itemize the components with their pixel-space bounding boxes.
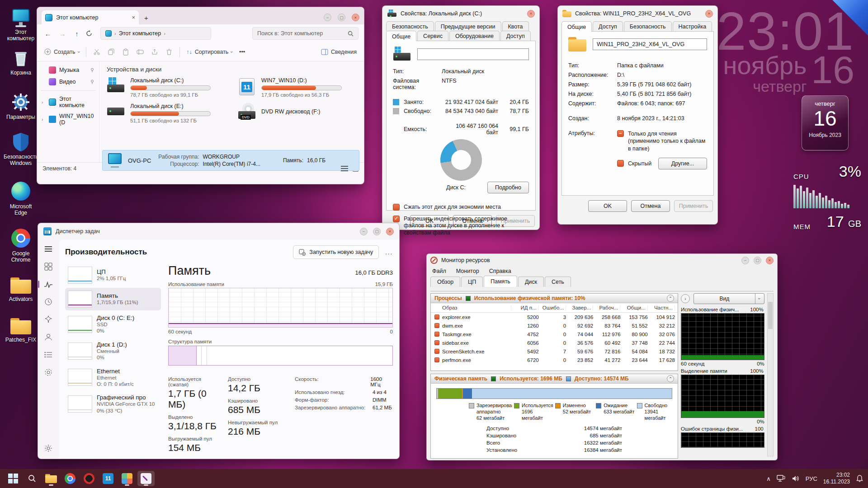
minimize-button[interactable]: –	[324, 14, 331, 21]
process-checkbox[interactable]	[434, 332, 439, 337]
start-button[interactable]	[5, 471, 22, 486]
sidebar-item-drive-d[interactable]: › WIN7_WIN10 (D	[37, 111, 99, 128]
process-checkbox[interactable]	[434, 314, 439, 319]
performance-sidebar-item[interactable]: Ethernet Ethernet О: 0 П: 0 кбит/с	[65, 365, 161, 390]
other-attributes-button[interactable]: Другие...	[658, 158, 707, 169]
up-icon[interactable]: ↑	[71, 30, 82, 38]
process-row[interactable]: dwm.exe 1260 0 92 692 83 764 51 552 32 2…	[431, 321, 678, 330]
sidebar-item-video[interactable]: Видео	[37, 76, 99, 88]
drive-item-e[interactable]: Локальный диск (E:) 51,1 ГБ свободно из …	[107, 103, 230, 129]
minimize-button[interactable]: –	[741, 257, 749, 264]
volume-label-input[interactable]	[417, 48, 529, 60]
process-row[interactable]: ScreenSketch.exe 5492 7 59 676 72 816 54…	[431, 347, 678, 356]
tab[interactable]: Общие	[386, 31, 416, 41]
performance-sidebar-item[interactable]: Диск 1 (D:) Сменный 0%	[65, 338, 161, 364]
process-checkbox[interactable]	[434, 357, 439, 362]
close-button[interactable]: ×	[352, 14, 359, 21]
taskbar-photos-icon[interactable]	[118, 471, 136, 486]
taskbar-chrome-icon[interactable]	[61, 471, 79, 486]
drive-item-d[interactable]: 11 WIN7_WIN10 (D:) 17,9 ГБ свободно из 5…	[238, 77, 361, 103]
menu-item[interactable]: Монитор	[456, 268, 479, 274]
tab[interactable]: Доступ	[593, 21, 623, 31]
sidebar-item-music[interactable]: Музыка	[37, 64, 99, 76]
paste-icon[interactable]	[122, 48, 130, 56]
performance-sidebar-item[interactable]: Память 1,7/15,9 ГБ (11%)	[65, 288, 161, 310]
performance-sidebar-item[interactable]: Диск 0 (C: E:) SSD 0%	[65, 312, 161, 337]
copy-icon[interactable]	[107, 48, 115, 56]
tab[interactable]: Квота	[502, 21, 529, 31]
tab[interactable]: Общие	[561, 21, 592, 32]
tray-network-icon[interactable]	[777, 475, 786, 482]
tray-notifications-bell-icon[interactable]	[856, 474, 863, 483]
tab[interactable]: Память	[484, 276, 517, 287]
selected-computer-row[interactable]: OVG-PC Рабочая группа: WORKGROUP Процесс…	[102, 150, 359, 171]
startup-apps-icon[interactable]	[43, 314, 53, 324]
tray-volume-icon[interactable]	[792, 475, 800, 482]
run-new-task-button[interactable]: Запустить новую задачу	[293, 245, 379, 259]
hidden-checkbox[interactable]	[617, 160, 624, 167]
tab[interactable]: Обзор	[430, 277, 460, 287]
readonly-checkbox[interactable]: −	[617, 130, 624, 137]
expand-panel-icon[interactable]: ›	[681, 294, 690, 303]
cancel-button[interactable]: Отмена	[631, 200, 670, 212]
tab[interactable]: Безопасность	[624, 21, 672, 31]
tab[interactable]: Диск	[518, 277, 544, 287]
explorer-tab[interactable]: Этот компьютер ×	[42, 10, 139, 24]
drive-item-f-dvd[interactable]: DVD DVD RW дисковод (F:)	[238, 103, 361, 129]
maximize-button[interactable]: ▢	[754, 257, 761, 264]
desktop-icon-activators[interactable]: Activators	[4, 276, 38, 303]
section-header[interactable]: Устройства и диски	[107, 66, 362, 73]
breadcrumb[interactable]: › Этот компьютер ›	[100, 27, 211, 40]
tab[interactable]: Настройка	[673, 21, 712, 31]
tray-chevron-up-icon[interactable]: ∧	[766, 475, 771, 482]
cut-icon[interactable]	[93, 48, 101, 56]
back-icon[interactable]: ←	[42, 30, 53, 38]
close-button[interactable]: ×	[527, 10, 535, 18]
taskbar-media-app-icon[interactable]: 11	[99, 471, 117, 486]
performance-sidebar-item[interactable]: ЦП 2% 1,05 ГГц	[65, 264, 161, 286]
menu-item[interactable]: Справка	[489, 268, 511, 274]
desktop-icon-patches-fix[interactable]: Patches_FIX	[4, 316, 38, 343]
process-row[interactable]: Taskmgr.exe 4752 0 74 044 112 976 80 900…	[431, 330, 678, 338]
desktop-icon-settings[interactable]: Параметры	[4, 92, 38, 121]
menu-item[interactable]: Файл	[432, 268, 446, 274]
sort-button[interactable]: ↑↓Сортировать›	[186, 49, 233, 55]
details-pane-button[interactable]: Сведения	[321, 49, 357, 55]
users-icon[interactable]	[43, 332, 53, 342]
desktop-icon-edge[interactable]: Microsoft Edge	[4, 182, 38, 216]
app-history-icon[interactable]	[43, 297, 53, 307]
collapse-chevron-icon[interactable]: ⌃	[667, 375, 674, 382]
services-icon[interactable]	[43, 367, 53, 377]
performance-icon[interactable]	[43, 279, 53, 289]
tab[interactable]: Оборудование	[449, 31, 500, 41]
taskbar-opera-icon[interactable]	[80, 471, 98, 486]
performance-sidebar-item[interactable]: Графический про NVIDIA GeForce GTX 10 0%…	[65, 391, 161, 417]
share-icon[interactable]	[151, 48, 159, 56]
details-button[interactable]: Подробно	[487, 182, 529, 193]
process-checkbox[interactable]	[434, 323, 439, 328]
settings-gear-icon[interactable]	[43, 443, 53, 453]
apply-button[interactable]: Применить	[674, 200, 713, 212]
refresh-icon[interactable]	[86, 30, 97, 37]
sidebar-item-this-pc[interactable]: › Этот компьюте	[37, 94, 99, 111]
process-checkbox[interactable]	[434, 349, 439, 354]
processes-icon[interactable]	[43, 262, 53, 272]
tab[interactable]: Доступ	[500, 31, 531, 41]
calendar-widget[interactable]: четверг 16 Ноябрь 2023	[802, 95, 849, 150]
forward-icon[interactable]: →	[57, 30, 68, 38]
view-dropdown[interactable]: Вид ›	[693, 293, 764, 304]
desktop-icon-this-pc[interactable]: Этот компьютер	[4, 7, 38, 42]
taskbar-search-icon[interactable]	[24, 471, 41, 486]
maximize-button[interactable]: ▢	[338, 14, 345, 21]
close-button[interactable]: ×	[766, 257, 774, 264]
tab[interactable]: Предыдущие версии	[435, 21, 501, 31]
rename-icon[interactable]	[136, 48, 144, 56]
tab[interactable]: Сервис	[417, 31, 448, 41]
delete-icon[interactable]	[165, 48, 173, 56]
minimize-button[interactable]: –	[360, 228, 368, 235]
search-input[interactable]: Поиск в: Этот компьютер	[252, 27, 359, 40]
more-options-icon[interactable]: ...	[385, 249, 393, 256]
taskbar-file-explorer-icon[interactable]	[42, 471, 60, 486]
compress-checkbox[interactable]	[393, 204, 400, 211]
new-tab-button[interactable]: +	[144, 14, 148, 22]
